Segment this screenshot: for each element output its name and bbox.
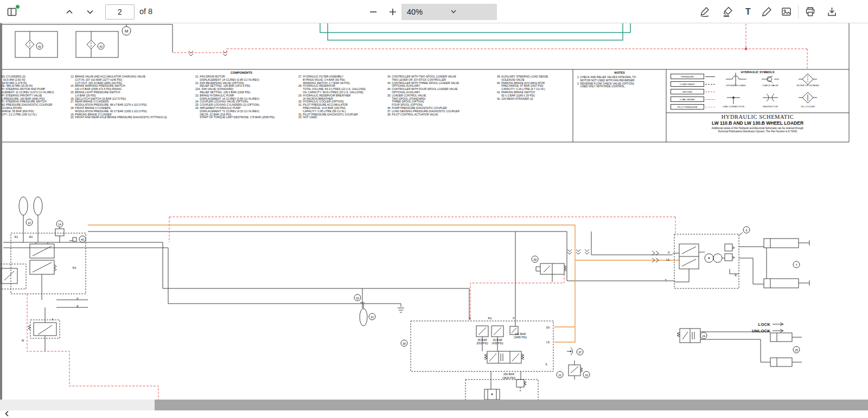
printer-icon	[805, 6, 816, 17]
pen-icon	[761, 6, 773, 17]
plus-icon	[387, 7, 398, 17]
page-number-input[interactable]	[105, 4, 135, 20]
chevron-down-icon	[449, 7, 492, 17]
zoom-out-button[interactable]	[365, 3, 382, 20]
draw-button[interactable]	[758, 3, 775, 20]
highlight-button[interactable]	[719, 3, 736, 20]
text-icon: T	[745, 8, 751, 16]
pdf-toolbar: of 8 40% T	[0, 0, 868, 23]
download-icon	[826, 6, 838, 17]
thumbnails-panel-button[interactable]	[3, 3, 21, 20]
horizontal-scrollbar[interactable]	[0, 400, 868, 410]
signature-icon	[699, 6, 711, 17]
scroll-left-button[interactable]	[3, 410, 11, 418]
toolbar-separator	[798, 5, 799, 19]
chevron-left-icon	[4, 410, 10, 418]
horizontal-scrollbar-thumb[interactable]	[155, 400, 868, 410]
bottom-bar	[0, 410, 868, 418]
next-page-button[interactable]	[81, 3, 99, 20]
signature-button[interactable]	[696, 3, 713, 20]
page-count-label: of 8	[139, 7, 152, 16]
print-button[interactable]	[801, 3, 819, 20]
previous-page-button[interactable]	[61, 3, 78, 20]
highlighter-icon	[722, 6, 733, 17]
add-text-button[interactable]: T	[739, 3, 757, 20]
chevron-up-icon	[64, 7, 75, 17]
zoom-level-select[interactable]: 40%	[401, 4, 497, 20]
zoom-in-button[interactable]	[384, 3, 401, 20]
save-button[interactable]	[823, 3, 840, 20]
minus-icon	[368, 7, 379, 17]
image-icon	[781, 6, 792, 17]
add-image-button[interactable]	[777, 3, 795, 20]
chevron-down-icon	[85, 7, 95, 17]
zoom-level-value: 40%	[407, 8, 449, 16]
pdf-page	[2, 23, 868, 400]
notification-dot	[15, 4, 20, 9]
